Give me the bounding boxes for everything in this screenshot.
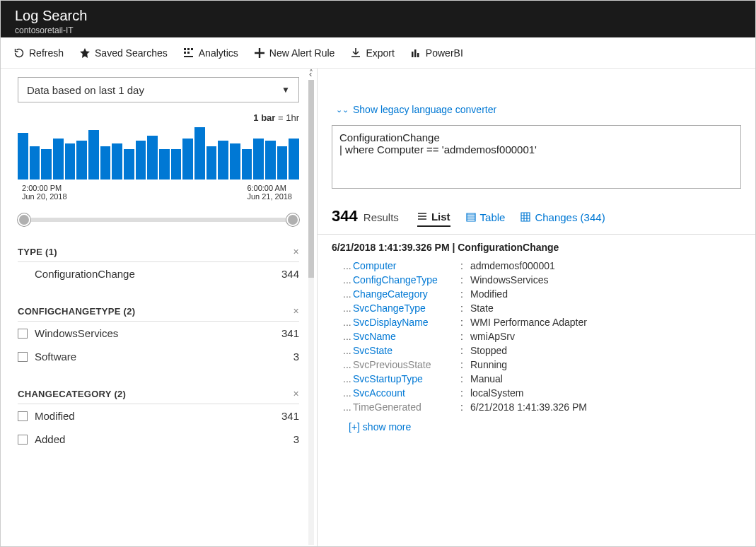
checkbox[interactable] (18, 329, 28, 339)
main-content: ‹ Data based on last 1 day ▼ 1 bar = 1hr… (1, 69, 755, 546)
field-row: ... SvcStartupType : Manual (332, 372, 741, 386)
field-value: Manual (470, 373, 741, 384)
ellipsis-icon[interactable]: ... (343, 401, 350, 413)
field-value: Running (470, 359, 741, 370)
chart-bar[interactable] (41, 149, 52, 180)
refresh-button[interactable]: Refresh (13, 47, 64, 59)
powerbi-button[interactable]: PowerBI (410, 47, 463, 59)
chart-bar[interactable] (30, 146, 40, 180)
chart-bar[interactable] (124, 149, 134, 180)
facet-row[interactable]: Software3 (18, 345, 299, 368)
analytics-button[interactable]: Analytics (183, 47, 238, 59)
field-key[interactable]: SvcDisplayName (353, 317, 458, 328)
chart-bar[interactable] (76, 141, 87, 180)
ellipsis-icon[interactable]: ... (343, 317, 350, 328)
view-table-tab[interactable]: Table (466, 211, 506, 226)
field-row: ... ConfigChangeType : WindowsServices (332, 273, 741, 287)
field-value: Modified (470, 288, 741, 300)
query-editor[interactable]: ConfigurationChange | where Computer == … (332, 125, 741, 189)
powerbi-label: PowerBI (426, 47, 463, 59)
chart-bar[interactable] (194, 127, 205, 180)
field-key[interactable]: SvcChangeType (353, 302, 458, 314)
ellipsis-icon[interactable]: ... (343, 331, 350, 342)
facet-row[interactable]: ConfigurationChange344 (18, 262, 299, 286)
chart-bar[interactable] (230, 143, 240, 180)
chart-bar[interactable] (136, 141, 146, 180)
field-row: ... SvcState : Stopped (332, 343, 741, 358)
chart-bar[interactable] (88, 130, 99, 180)
field-value: admdemosf000001 (470, 260, 741, 271)
field-key[interactable]: SvcState (353, 345, 458, 356)
field-key[interactable]: SvcName (353, 331, 458, 342)
results-header: 344 Results List Table Changes (344) (332, 207, 741, 227)
saved-searches-button[interactable]: Saved Searches (79, 47, 168, 59)
close-icon[interactable]: × (293, 246, 299, 257)
chart-bar[interactable] (253, 139, 264, 180)
scroll-up-icon[interactable]: ˄ (309, 69, 313, 78)
field-key[interactable]: ChangeCategory (353, 288, 458, 300)
facet-row[interactable]: Modified341 (18, 404, 299, 428)
new-alert-label: New Alert Rule (269, 47, 335, 59)
left-scrollbar[interactable]: ˄ (306, 69, 317, 546)
ellipsis-icon[interactable]: ... (343, 373, 350, 384)
close-icon[interactable]: × (293, 305, 299, 317)
field-row: ... ChangeCategory : Modified (332, 287, 741, 301)
close-icon[interactable]: × (293, 388, 299, 399)
ellipsis-icon[interactable]: ... (343, 359, 350, 370)
field-key[interactable]: Computer (353, 260, 458, 271)
timerange-dropdown[interactable]: Data based on last 1 day ▼ (18, 77, 299, 102)
legacy-converter-link[interactable]: ⌄⌄ Show legacy language converter (336, 104, 741, 115)
table-icon (466, 212, 476, 222)
chart-bar[interactable] (147, 136, 158, 180)
scrollbar-thumb[interactable] (308, 80, 314, 278)
ellipsis-icon[interactable]: ... (343, 288, 350, 300)
checkbox[interactable] (18, 435, 28, 445)
record-fields: ... Computer : admdemosf000001... Config… (332, 259, 741, 414)
chart-bar[interactable] (265, 141, 276, 180)
field-value: State (470, 302, 741, 314)
chart-bar[interactable] (18, 133, 28, 180)
ellipsis-icon[interactable]: ... (343, 345, 350, 356)
chart-bar[interactable] (171, 149, 182, 180)
chart-bar[interactable] (112, 143, 122, 180)
field-key[interactable]: SvcStartupType (353, 373, 458, 384)
saved-searches-label: Saved Searches (95, 47, 168, 59)
field-key[interactable]: SvcAccount (353, 387, 458, 399)
results-count: 344 Results (332, 207, 399, 225)
chart-bar[interactable] (100, 146, 111, 180)
ellipsis-icon[interactable]: ... (343, 302, 350, 314)
ellipsis-icon[interactable]: ... (343, 260, 350, 271)
slider-knob-end[interactable] (286, 213, 299, 226)
export-button[interactable]: Export (350, 47, 394, 59)
view-list-tab[interactable]: List (417, 211, 450, 227)
chart-bar[interactable] (182, 139, 193, 180)
chart-bar[interactable] (277, 146, 288, 180)
facet-header: CHANGECATEGORY (2)× (18, 384, 299, 404)
events-bar-chart[interactable] (18, 126, 299, 180)
chart-bar[interactable] (65, 143, 76, 180)
ellipsis-icon[interactable]: ... (343, 274, 350, 286)
ellipsis-icon[interactable]: ... (343, 387, 350, 399)
facet-row[interactable]: Added3 (18, 428, 299, 451)
chart-bar[interactable] (207, 146, 217, 180)
download-icon (350, 47, 361, 59)
page-title: Log Search (15, 8, 741, 24)
grid-icon (521, 212, 530, 222)
time-range-slider[interactable] (18, 213, 299, 226)
chart-bar[interactable] (242, 149, 252, 180)
chart-bar[interactable] (53, 139, 64, 180)
facet-row[interactable]: WindowsServices341 (18, 322, 299, 345)
show-more-link[interactable]: [+] show more (349, 421, 741, 433)
field-value: 6/21/2018 1:41:39.326 PM (470, 401, 741, 413)
field-value: Stopped (470, 345, 741, 356)
checkbox[interactable] (18, 352, 28, 362)
slider-knob-start[interactable] (18, 213, 30, 226)
checkbox[interactable] (18, 411, 28, 421)
chart-bar[interactable] (218, 141, 228, 180)
chart-bar[interactable] (289, 139, 299, 180)
new-alert-button[interactable]: New Alert Rule (254, 47, 335, 59)
chart-bar[interactable] (159, 149, 170, 180)
view-changes-tab[interactable]: Changes (344) (521, 211, 605, 226)
field-key[interactable]: ConfigChangeType (353, 274, 458, 286)
facet-section: CONFIGCHANGETYPE (2)×WindowsServices341S… (18, 301, 299, 368)
